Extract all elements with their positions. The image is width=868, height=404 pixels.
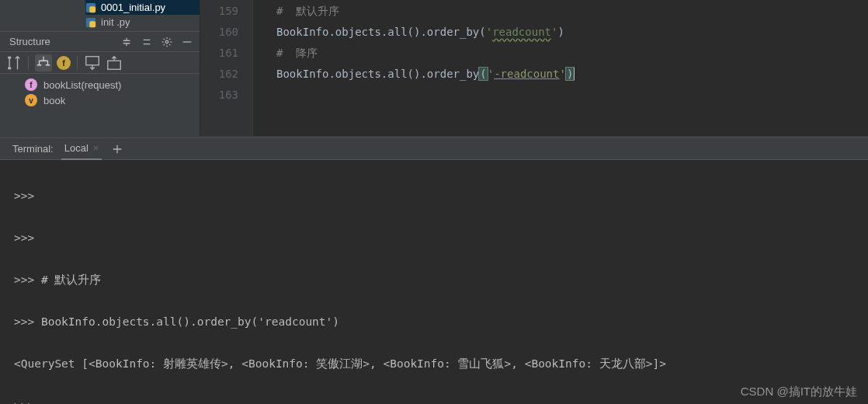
structure-view-button[interactable] — [35, 54, 52, 71]
line-number: 161 — [200, 43, 238, 64]
svg-rect-6 — [108, 61, 121, 69]
terminal-output[interactable]: >>> >>> >>> # 默认升序 >>> BookInfo.objects.… — [0, 160, 868, 404]
file-label: init .py — [101, 16, 130, 28]
structure-item-label: bookList(request) — [43, 79, 121, 91]
terminal-line: >>> # 默认升序 — [14, 270, 868, 291]
code-line-159: # 默认升序 — [276, 1, 868, 22]
svg-rect-3 — [89, 21, 95, 27]
autoscroll-to-source-icon[interactable] — [84, 54, 101, 71]
line-number: 160 — [200, 22, 238, 43]
minimize-icon[interactable] — [179, 34, 195, 50]
code-line-163: BookInfo.objects.all().order_by('-readco… — [276, 64, 868, 85]
file-item-init[interactable]: init .py — [85, 15, 200, 30]
structure-item-book[interactable]: v book — [25, 92, 200, 108]
toolbar-divider — [77, 56, 78, 70]
toolbar-divider — [28, 56, 29, 70]
variable-icon: v — [25, 94, 37, 106]
line-number: 162 — [200, 64, 238, 85]
code-editor[interactable]: 159 160 161 162 163 # 默认升序 BookInfo.obje… — [200, 0, 868, 136]
project-files: 0001_initial.py init .py — [0, 0, 200, 31]
gear-icon[interactable] — [159, 34, 175, 50]
file-label: 0001_initial.py — [101, 2, 165, 13]
structure-panel-header: Structure — [0, 31, 200, 52]
structure-tree: f bookList(request) v book — [0, 74, 200, 108]
code-line-160: BookInfo.objects.all().order_by('readcou… — [276, 22, 868, 43]
svg-rect-1 — [89, 6, 95, 12]
terminal-line: >>> — [14, 228, 868, 249]
terminal-title: Terminal: — [12, 143, 54, 155]
python-file-icon — [85, 2, 96, 13]
left-panel: 0001_initial.py init .py Structure f — [0, 0, 200, 136]
terminal-tab-local[interactable]: Local × — [61, 138, 102, 160]
structure-item-booklist[interactable]: f bookList(request) — [25, 77, 200, 92]
close-icon[interactable]: × — [93, 142, 99, 154]
code-line-162: # 降序 — [276, 43, 868, 64]
file-item-0001-initial[interactable]: 0001_initial.py — [85, 0, 200, 15]
autoscroll-from-source-icon[interactable] — [106, 54, 123, 71]
line-number: 159 — [200, 1, 238, 22]
structure-item-label: book — [43, 95, 65, 106]
python-file-icon — [85, 17, 96, 28]
terminal-line: >>> — [14, 395, 868, 404]
structure-title: Structure — [9, 36, 114, 47]
svg-point-4 — [165, 40, 168, 44]
svg-rect-5 — [86, 56, 99, 64]
terminal-tab-label: Local — [64, 142, 89, 154]
terminal-header: Terminal: Local × — [0, 138, 868, 160]
sort-alpha-icon[interactable] — [5, 54, 22, 71]
collapse-all-icon[interactable] — [139, 34, 155, 50]
line-number: 163 — [200, 85, 238, 106]
terminal-line: >>> BookInfo.objects.all().order_by('rea… — [14, 312, 868, 333]
structure-toolbar: f — [0, 52, 200, 74]
code-area[interactable]: # 默认升序 BookInfo.objects.all().order_by('… — [253, 0, 868, 136]
add-terminal-icon[interactable] — [109, 141, 125, 157]
expand-all-icon[interactable] — [119, 34, 134, 50]
function-icon: f — [25, 78, 37, 91]
terminal-line: >>> — [14, 186, 868, 207]
editor-gutter: 159 160 161 162 163 — [200, 0, 253, 136]
show-fields-button[interactable]: f — [57, 56, 71, 70]
terminal-line: <QuerySet [<BookInfo: 射雕英雄传>, <BookInfo:… — [14, 354, 868, 374]
